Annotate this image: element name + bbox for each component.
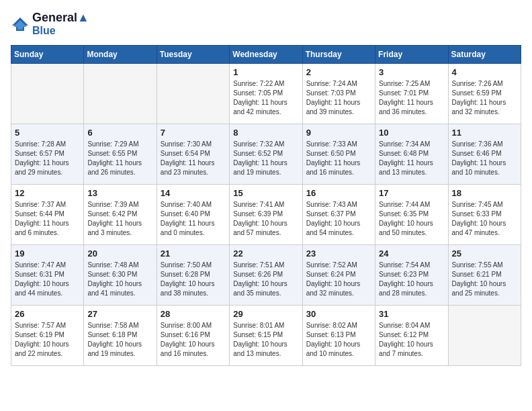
day-number: 22 (233, 248, 298, 259)
cell-content: Sunrise: 7:33 AM Sunset: 6:50 PM Dayligh… (306, 140, 371, 177)
cell-content: Sunrise: 8:01 AM Sunset: 6:15 PM Dayligh… (233, 321, 298, 359)
calendar-cell: 31Sunrise: 8:04 AM Sunset: 6:12 PM Dayli… (375, 306, 448, 366)
day-number: 15 (233, 188, 298, 198)
day-number: 19 (15, 248, 80, 259)
day-number: 3 (379, 67, 444, 77)
day-number: 14 (161, 188, 226, 198)
page-header: General▲ Blue (11, 11, 521, 37)
day-number: 11 (452, 128, 517, 138)
day-number: 25 (452, 248, 517, 259)
day-number: 12 (15, 188, 80, 198)
calendar-table: SundayMondayTuesdayWednesdayThursdayFrid… (11, 45, 521, 366)
cell-content: Sunrise: 7:24 AM Sunset: 7:03 PM Dayligh… (306, 79, 371, 117)
calendar-week-row: 19Sunrise: 7:47 AM Sunset: 6:31 PM Dayli… (11, 245, 521, 306)
cell-content: Sunrise: 7:34 AM Sunset: 6:48 PM Dayligh… (379, 140, 444, 177)
day-number: 2 (306, 67, 371, 77)
calendar-week-row: 1Sunrise: 7:22 AM Sunset: 7:05 PM Daylig… (11, 64, 521, 124)
calendar-cell: 13Sunrise: 7:39 AM Sunset: 6:42 PM Dayli… (84, 185, 157, 245)
calendar-cell: 14Sunrise: 7:40 AM Sunset: 6:40 PM Dayli… (157, 185, 229, 245)
calendar-week-row: 5Sunrise: 7:28 AM Sunset: 6:57 PM Daylig… (11, 124, 521, 185)
calendar-cell: 30Sunrise: 8:02 AM Sunset: 6:13 PM Dayli… (302, 306, 375, 366)
calendar-cell: 26Sunrise: 7:57 AM Sunset: 6:19 PM Dayli… (11, 306, 84, 366)
cell-content: Sunrise: 8:02 AM Sunset: 6:13 PM Dayligh… (306, 321, 371, 359)
logo-text: General▲ Blue (32, 11, 89, 37)
cell-content: Sunrise: 7:26 AM Sunset: 6:59 PM Dayligh… (452, 79, 517, 117)
day-number: 8 (233, 128, 298, 138)
day-number: 7 (161, 128, 226, 138)
cell-content: Sunrise: 7:45 AM Sunset: 6:33 PM Dayligh… (452, 200, 517, 238)
cell-content: Sunrise: 7:39 AM Sunset: 6:42 PM Dayligh… (87, 200, 152, 238)
calendar-cell: 2Sunrise: 7:24 AM Sunset: 7:03 PM Daylig… (302, 64, 375, 124)
calendar-cell: 18Sunrise: 7:45 AM Sunset: 6:33 PM Dayli… (448, 185, 521, 245)
calendar-cell: 6Sunrise: 7:29 AM Sunset: 6:55 PM Daylig… (84, 124, 157, 185)
svg-marker-1 (13, 20, 27, 30)
day-number: 27 (87, 309, 152, 319)
calendar-cell: 19Sunrise: 7:47 AM Sunset: 6:31 PM Dayli… (11, 245, 84, 306)
cell-content: Sunrise: 7:48 AM Sunset: 6:30 PM Dayligh… (87, 261, 152, 298)
cell-content: Sunrise: 7:32 AM Sunset: 6:52 PM Dayligh… (233, 140, 298, 177)
weekday-header: Wednesday (230, 46, 302, 64)
calendar-cell: 8Sunrise: 7:32 AM Sunset: 6:52 PM Daylig… (230, 124, 302, 185)
calendar-cell: 10Sunrise: 7:34 AM Sunset: 6:48 PM Dayli… (375, 124, 448, 185)
day-number: 29 (233, 309, 298, 319)
logo: General▲ Blue (11, 11, 89, 37)
logo-icon (11, 16, 30, 32)
cell-content: Sunrise: 7:37 AM Sunset: 6:44 PM Dayligh… (15, 200, 80, 238)
calendar-cell: 20Sunrise: 7:48 AM Sunset: 6:30 PM Dayli… (84, 245, 157, 306)
calendar-week-row: 12Sunrise: 7:37 AM Sunset: 6:44 PM Dayli… (11, 185, 521, 245)
day-number: 20 (87, 248, 152, 259)
calendar-cell (448, 306, 521, 366)
calendar-cell: 29Sunrise: 8:01 AM Sunset: 6:15 PM Dayli… (230, 306, 302, 366)
calendar-cell: 21Sunrise: 7:50 AM Sunset: 6:28 PM Dayli… (157, 245, 229, 306)
day-number: 23 (306, 248, 371, 259)
calendar-cell: 1Sunrise: 7:22 AM Sunset: 7:05 PM Daylig… (230, 64, 302, 124)
calendar-cell (84, 64, 157, 124)
cell-content: Sunrise: 7:52 AM Sunset: 6:24 PM Dayligh… (306, 261, 371, 298)
day-number: 24 (379, 248, 444, 259)
day-number: 4 (452, 67, 517, 77)
calendar-cell: 25Sunrise: 7:55 AM Sunset: 6:21 PM Dayli… (448, 245, 521, 306)
cell-content: Sunrise: 7:43 AM Sunset: 6:37 PM Dayligh… (306, 200, 371, 238)
cell-content: Sunrise: 7:28 AM Sunset: 6:57 PM Dayligh… (15, 140, 80, 177)
day-number: 31 (379, 309, 444, 319)
day-number: 6 (87, 128, 152, 138)
day-number: 13 (87, 188, 152, 198)
calendar-week-row: 26Sunrise: 7:57 AM Sunset: 6:19 PM Dayli… (11, 306, 521, 366)
day-number: 26 (15, 309, 80, 319)
calendar-header: SundayMondayTuesdayWednesdayThursdayFrid… (11, 46, 521, 64)
cell-content: Sunrise: 7:25 AM Sunset: 7:01 PM Dayligh… (379, 79, 444, 117)
day-number: 30 (306, 309, 371, 319)
weekday-header: Thursday (302, 46, 375, 64)
cell-content: Sunrise: 7:40 AM Sunset: 6:40 PM Dayligh… (161, 200, 226, 238)
calendar-cell: 16Sunrise: 7:43 AM Sunset: 6:37 PM Dayli… (302, 185, 375, 245)
cell-content: Sunrise: 7:54 AM Sunset: 6:23 PM Dayligh… (379, 261, 444, 298)
day-number: 5 (15, 128, 80, 138)
cell-content: Sunrise: 7:50 AM Sunset: 6:28 PM Dayligh… (161, 261, 226, 298)
calendar-cell: 15Sunrise: 7:41 AM Sunset: 6:39 PM Dayli… (230, 185, 302, 245)
weekday-header: Saturday (448, 46, 521, 64)
day-number: 28 (161, 309, 226, 319)
weekday-header: Monday (84, 46, 157, 64)
calendar-cell: 5Sunrise: 7:28 AM Sunset: 6:57 PM Daylig… (11, 124, 84, 185)
calendar-cell: 4Sunrise: 7:26 AM Sunset: 6:59 PM Daylig… (448, 64, 521, 124)
cell-content: Sunrise: 8:04 AM Sunset: 6:12 PM Dayligh… (379, 321, 444, 359)
day-number: 10 (379, 128, 444, 138)
cell-content: Sunrise: 7:47 AM Sunset: 6:31 PM Dayligh… (15, 261, 80, 298)
calendar-cell: 3Sunrise: 7:25 AM Sunset: 7:01 PM Daylig… (375, 64, 448, 124)
day-number: 1 (233, 67, 298, 77)
day-number: 18 (452, 188, 517, 198)
cell-content: Sunrise: 7:22 AM Sunset: 7:05 PM Dayligh… (233, 79, 298, 117)
weekday-header: Sunday (11, 46, 84, 64)
day-number: 16 (306, 188, 371, 198)
cell-content: Sunrise: 8:00 AM Sunset: 6:16 PM Dayligh… (161, 321, 226, 359)
calendar-cell: 12Sunrise: 7:37 AM Sunset: 6:44 PM Dayli… (11, 185, 84, 245)
calendar-cell (11, 64, 84, 124)
day-number: 9 (306, 128, 371, 138)
cell-content: Sunrise: 7:41 AM Sunset: 6:39 PM Dayligh… (233, 200, 298, 238)
cell-content: Sunrise: 7:51 AM Sunset: 6:26 PM Dayligh… (233, 261, 298, 298)
calendar-cell: 9Sunrise: 7:33 AM Sunset: 6:50 PM Daylig… (302, 124, 375, 185)
calendar-cell: 11Sunrise: 7:36 AM Sunset: 6:46 PM Dayli… (448, 124, 521, 185)
weekday-header: Tuesday (157, 46, 229, 64)
cell-content: Sunrise: 7:30 AM Sunset: 6:54 PM Dayligh… (161, 140, 226, 177)
calendar-cell: 22Sunrise: 7:51 AM Sunset: 6:26 PM Dayli… (230, 245, 302, 306)
